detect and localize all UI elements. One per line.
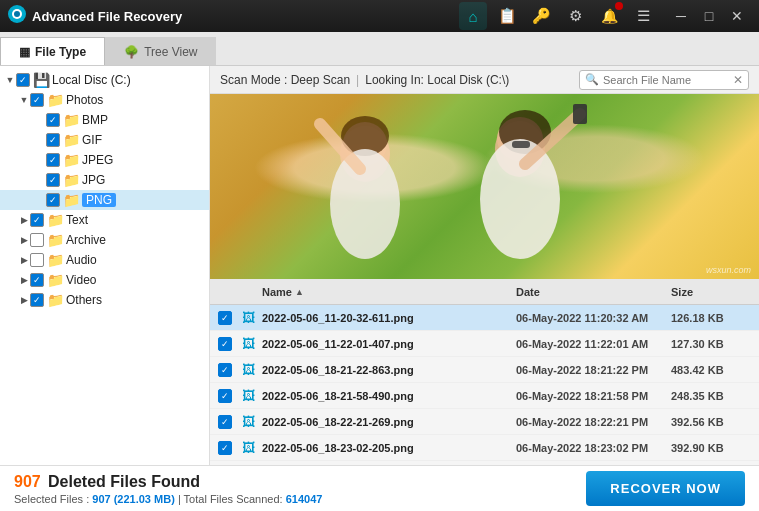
checkbox-1[interactable] — [218, 311, 232, 325]
expand-arrow-bmp — [34, 114, 46, 126]
checkbox-6[interactable] — [218, 441, 232, 455]
looking-in-text: Looking In: Local Disk (C:\) — [365, 73, 509, 87]
png-file-icon: 🖼 — [242, 414, 255, 429]
search-clear-icon[interactable]: ✕ — [733, 73, 743, 87]
close-button[interactable]: ✕ — [723, 5, 751, 27]
sidebar-item-png[interactable]: 📁 PNG — [0, 190, 209, 210]
search-input[interactable] — [603, 74, 733, 86]
folder-icon-archive: 📁 — [47, 232, 63, 248]
bookmark-icon[interactable]: 📋 — [493, 2, 521, 30]
row-filename-3: 2022-05-06_18-21-22-863.png — [262, 364, 516, 376]
table-row[interactable]: 🖼 2022-05-06_11-22-01-407.png 06-May-202… — [210, 331, 759, 357]
col-date-label: Date — [516, 286, 540, 298]
check-archive[interactable] — [30, 233, 44, 247]
filelist-header: Name ▲ Date Size — [210, 279, 759, 305]
sidebar-item-photos[interactable]: ▼ 📁 Photos — [0, 90, 209, 110]
checkbox-2[interactable] — [218, 337, 232, 351]
expand-arrow-audio: ▶ — [18, 254, 30, 266]
recover-now-button[interactable]: RECOVER NOW — [586, 471, 745, 506]
total-scanned-value: 614047 — [286, 493, 323, 505]
checkbox-4[interactable] — [218, 389, 232, 403]
tab-tree-view-label: Tree View — [144, 45, 197, 59]
label-jpeg: JPEG — [82, 153, 113, 167]
header-date-col[interactable]: Date — [516, 286, 671, 298]
row-date-4: 06-May-2022 18:21:58 PM — [516, 390, 671, 402]
sidebar-item-local-disc[interactable]: ▼ 💾 Local Disc (C:) — [0, 70, 209, 90]
label-others: Others — [66, 293, 102, 307]
check-gif[interactable] — [46, 133, 60, 147]
app-title: Advanced File Recovery — [32, 9, 459, 24]
header-size-col[interactable]: Size — [671, 286, 751, 298]
scanbar-sep: | — [356, 73, 359, 87]
expand-arrow-local-disc: ▼ — [4, 74, 16, 86]
expand-arrow-jpg — [34, 174, 46, 186]
row-file-icon-3: 🖼 — [242, 362, 262, 377]
file-list: Name ▲ Date Size 🖼 2022-05-06_11-20-32-6… — [210, 279, 759, 465]
check-audio[interactable] — [30, 253, 44, 267]
check-bmp[interactable] — [46, 113, 60, 127]
sidebar-item-bmp[interactable]: 📁 BMP — [0, 110, 209, 130]
table-row[interactable]: 🖼 2022-05-06_18-22-21-269.png 06-May-202… — [210, 409, 759, 435]
header-name-col[interactable]: Name ▲ — [262, 286, 516, 298]
check-jpeg[interactable] — [46, 153, 60, 167]
check-video[interactable] — [30, 273, 44, 287]
minimize-button[interactable]: ─ — [667, 5, 695, 27]
row-check-4[interactable] — [218, 388, 242, 403]
sidebar-item-text[interactable]: ▶ 📁 Text — [0, 210, 209, 230]
folder-icon-png: 📁 — [63, 192, 79, 208]
sidebar-item-video[interactable]: ▶ 📁 Video — [0, 270, 209, 290]
row-check-5[interactable] — [218, 414, 242, 429]
row-check-1[interactable] — [218, 310, 242, 325]
table-row[interactable]: 🖼 2022-05-06_18-23-22-962.png 06-May-202… — [210, 461, 759, 465]
maximize-button[interactable]: □ — [695, 5, 723, 27]
table-row[interactable]: 🖼 2022-05-06_18-21-58-490.png 06-May-202… — [210, 383, 759, 409]
row-check-2[interactable] — [218, 336, 242, 351]
check-photos[interactable] — [30, 93, 44, 107]
tab-file-type[interactable]: ▦ File Type — [0, 37, 105, 65]
checkbox-3[interactable] — [218, 363, 232, 377]
check-text[interactable] — [30, 213, 44, 227]
svg-point-2 — [14, 11, 20, 17]
png-file-icon: 🖼 — [242, 310, 255, 325]
png-file-icon: 🖼 — [242, 362, 255, 377]
row-check-6[interactable] — [218, 440, 242, 455]
label-audio: Audio — [66, 253, 97, 267]
table-row[interactable]: 🖼 2022-05-06_18-23-02-205.png 06-May-202… — [210, 435, 759, 461]
row-size-3: 483.42 KB — [671, 364, 751, 376]
check-others[interactable] — [30, 293, 44, 307]
home-icon[interactable]: ⌂ — [459, 2, 487, 30]
sidebar-item-archive[interactable]: ▶ 📁 Archive — [0, 230, 209, 250]
scanbar: Scan Mode : Deep Scan | Looking In: Loca… — [210, 66, 759, 94]
check-png[interactable] — [46, 193, 60, 207]
sort-arrow-icon: ▲ — [295, 287, 304, 297]
table-row[interactable]: 🖼 2022-05-06_11-20-32-611.png 06-May-202… — [210, 305, 759, 331]
notification-icon[interactable]: 🔔 — [595, 2, 623, 30]
row-date-5: 06-May-2022 18:22:21 PM — [516, 416, 671, 428]
row-file-icon-5: 🖼 — [242, 414, 262, 429]
png-file-icon: 🖼 — [242, 388, 255, 403]
label-bmp: BMP — [82, 113, 108, 127]
total-scanned-label: | Total Files Scanned: — [178, 493, 283, 505]
key-icon[interactable]: 🔑 — [527, 2, 555, 30]
row-check-3[interactable] — [218, 362, 242, 377]
deleted-count: 907 — [14, 473, 41, 490]
row-date-3: 06-May-2022 18:21:22 PM — [516, 364, 671, 376]
sidebar-item-audio[interactable]: ▶ 📁 Audio — [0, 250, 209, 270]
table-row[interactable]: 🖼 2022-05-06_18-21-22-863.png 06-May-202… — [210, 357, 759, 383]
sidebar-item-jpg[interactable]: 📁 JPG — [0, 170, 209, 190]
drive-icon: 💾 — [33, 72, 49, 88]
titlebar-tools: ⌂ 📋 🔑 ⚙ 🔔 ☰ — [459, 2, 657, 30]
checkbox-5[interactable] — [218, 415, 232, 429]
menu-icon[interactable]: ☰ — [629, 2, 657, 30]
sidebar-item-others[interactable]: ▶ 📁 Others — [0, 290, 209, 310]
folder-icon-bmp: 📁 — [63, 112, 79, 128]
expand-arrow-others: ▶ — [18, 294, 30, 306]
gear-icon[interactable]: ⚙ — [561, 2, 589, 30]
check-jpg[interactable] — [46, 173, 60, 187]
scan-mode-text: Scan Mode : Deep Scan — [220, 73, 350, 87]
check-local-disc[interactable] — [16, 73, 30, 87]
tab-tree-view[interactable]: 🌳 Tree View — [105, 37, 216, 65]
row-file-icon-4: 🖼 — [242, 388, 262, 403]
sidebar-item-gif[interactable]: 📁 GIF — [0, 130, 209, 150]
sidebar-item-jpeg[interactable]: 📁 JPEG — [0, 150, 209, 170]
